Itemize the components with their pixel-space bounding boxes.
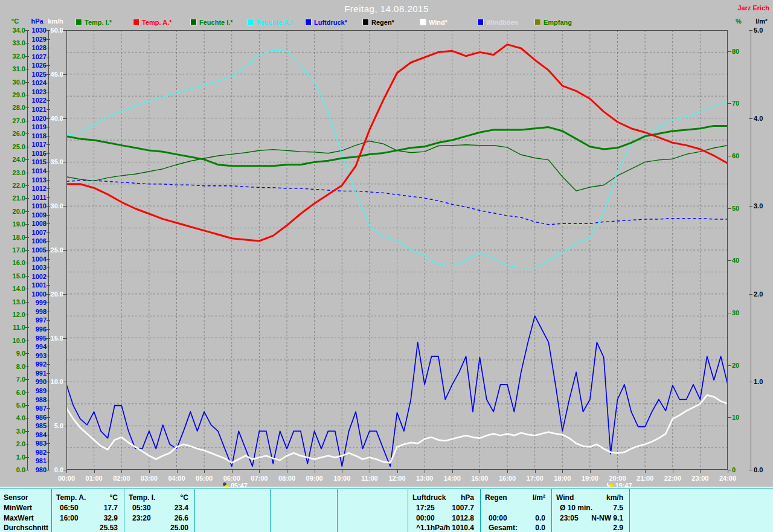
x-axis-tick: [287, 470, 287, 473]
axis-tick: [63, 206, 66, 207]
hpa-axis-label: 1011: [28, 194, 47, 201]
x-axis-label: 02:00: [109, 475, 133, 482]
temp-a-label: Temp. A.*: [142, 19, 172, 26]
table-cell-value: 7.5: [551, 504, 623, 513]
c-axis-label: 2.0: [5, 440, 25, 447]
hpa-axis-label: 988: [28, 396, 47, 403]
hpa-axis-label: 1010: [28, 202, 47, 210]
hpa-axis-label: 983: [28, 440, 47, 447]
empfang-label: Empfang: [544, 19, 572, 26]
x-axis-label: 23:00: [688, 475, 712, 482]
x-axis-label: 07:00: [247, 475, 271, 482]
pct-axis-label: 50: [732, 205, 746, 212]
table-cell-value: 1012.8: [408, 514, 474, 523]
legend-item-luftdruck[interactable]: Luftdruck*: [305, 18, 347, 26]
luftdruck-label: Luftdruck*: [314, 19, 347, 26]
kmh-axis-label: 0.0: [47, 466, 63, 473]
x-axis-tick: [425, 470, 425, 473]
table-cell-value: 1007.7: [408, 504, 474, 513]
wind-swatch: [420, 19, 426, 25]
x-axis-label: 11:00: [358, 475, 382, 482]
x-axis-tick: [315, 470, 315, 473]
pct-axis-label: 10: [732, 414, 746, 421]
hpa-axis-label: 980: [28, 466, 47, 473]
table-cell-value: 17.7: [51, 504, 118, 513]
x-axis-tick: [177, 470, 178, 473]
x-axis-tick: [480, 470, 480, 473]
table-cell-value: N-NW 9.1: [551, 514, 623, 523]
hpa-axis-label: 997: [28, 316, 47, 324]
c-axis-label: 8.0: [5, 363, 25, 370]
table-col-unit: °C: [124, 493, 188, 502]
pct-axis-label: 60: [732, 152, 746, 159]
axis-tick: [63, 338, 66, 339]
x-axis-tick: [562, 470, 563, 473]
hpa-axis-label: 1016: [28, 150, 47, 157]
x-axis-label: 24:00: [716, 475, 740, 482]
c-axis-label: 13.0: [5, 298, 25, 306]
c-axis-label: 23.0: [5, 169, 25, 176]
hpa-axis-label: 1012: [28, 185, 47, 192]
table-row-label: MinWert: [4, 504, 50, 513]
c-axis-label: 3.0: [5, 428, 25, 435]
c-axis-label: 14.0: [5, 285, 25, 292]
temp-a-swatch: [133, 19, 140, 25]
hpa-axis-label: 995: [28, 335, 47, 342]
c-axis-label: 17.0: [5, 246, 25, 254]
hpa-axis-label: 985: [28, 422, 47, 429]
legend-item-windboeen[interactable]: Windböen: [477, 18, 518, 26]
table-col-unit: hPa: [408, 493, 474, 502]
legend-item-empfang[interactable]: Empfang: [534, 18, 572, 26]
hpa-axis-label: 1007: [28, 229, 47, 236]
chart-plot-area[interactable]: [66, 30, 728, 470]
c-axis-label: 33.0: [5, 39, 25, 46]
hpa-axis-label: 990: [28, 378, 47, 385]
x-axis-tick: [121, 470, 122, 473]
axis-line: [27, 30, 28, 470]
c-axis-label: 4.0: [5, 414, 25, 421]
kmh-axis-label: 15.0: [47, 335, 63, 342]
regen-swatch: [362, 19, 369, 25]
x-axis-tick: [700, 470, 701, 473]
x-axis-label: 13:00: [412, 475, 437, 482]
kmh-axis-label: 25.0: [47, 246, 63, 254]
empfang-swatch: [534, 19, 541, 25]
hpa-axis-label: 1022: [28, 97, 47, 104]
legend-item-regen[interactable]: Regen*: [362, 18, 394, 26]
x-axis-tick: [728, 470, 728, 473]
hpa-axis-label: 1025: [28, 71, 47, 78]
hpa-axis-label: 998: [28, 308, 47, 315]
lm2-axis-label: 4.0: [754, 115, 771, 122]
legend-item-temp-i[interactable]: Temp. I.*: [75, 18, 112, 26]
hpa-axis-label: 999: [28, 299, 47, 306]
c-axis-label: 15.0: [5, 272, 25, 280]
c-axis-label: 34.0: [5, 27, 25, 34]
legend-item-feuchte-i[interactable]: Feuchte I.*: [190, 18, 233, 26]
x-axis-tick: [342, 470, 342, 473]
x-axis-label: 06:00: [220, 475, 244, 482]
axis-tick: [63, 426, 66, 426]
table-cell-value: 0.0: [480, 524, 545, 532]
c-axis-label: 0.0: [5, 466, 25, 473]
c-axis-label: 20.0: [5, 208, 25, 215]
axis-tick: [63, 74, 66, 75]
c-axis-label: 19.0: [5, 220, 25, 228]
hpa-axis-label: 1017: [28, 141, 47, 148]
c-axis-label: 22.0: [5, 182, 25, 189]
legend-item-temp-a[interactable]: Temp. A.*: [133, 18, 172, 26]
legend-item-feuchte-a[interactable]: Feuchte A.*: [248, 18, 293, 26]
hpa-axis-label: 1008: [28, 220, 47, 227]
temp-i-swatch: [75, 19, 82, 25]
legend-item-wind[interactable]: Wind*: [420, 18, 447, 26]
hpa-axis-label: 1002: [28, 273, 47, 280]
windboeen-swatch: [477, 19, 484, 25]
feuchte-a-swatch: [248, 19, 254, 25]
lm2-axis-label: 5.0: [754, 27, 771, 34]
x-axis-tick: [535, 470, 536, 473]
hpa-axis-label: 1003: [28, 264, 47, 271]
pct-axis-label: 30: [732, 309, 746, 316]
x-axis-label: 05:00: [192, 475, 216, 482]
axis-tick: [749, 470, 752, 470]
lm2-axis-label: 2.0: [754, 290, 771, 298]
kmh-axis-label: 40.0: [47, 115, 63, 122]
